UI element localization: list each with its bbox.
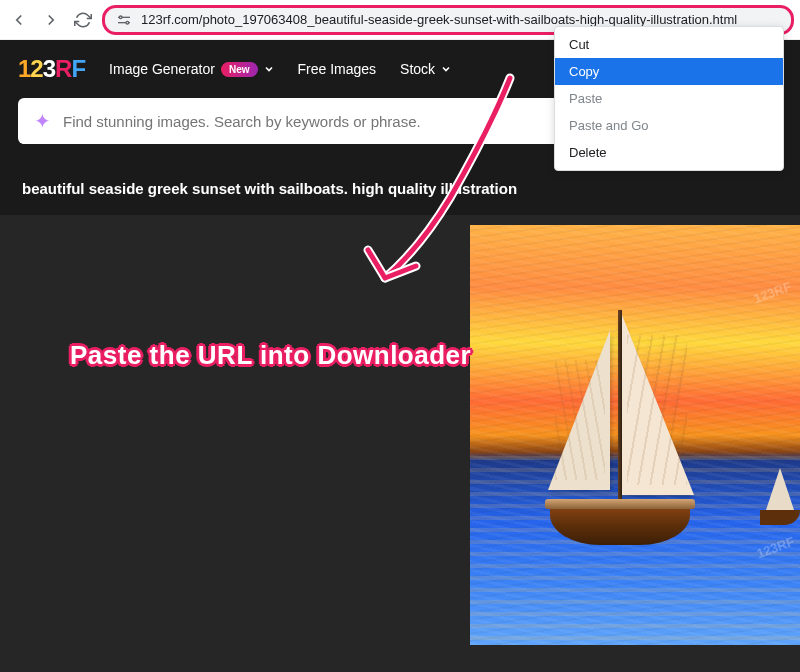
svg-point-3 xyxy=(126,21,129,24)
context-delete[interactable]: Delete xyxy=(555,139,783,166)
nav-stock[interactable]: Stock xyxy=(400,61,451,77)
content-area: 123RF 123RF xyxy=(0,215,800,672)
logo-char-2: 2 xyxy=(30,55,42,83)
instruction-text: Paste the URL into Downloader xyxy=(70,340,471,371)
nav-label: Image Generator xyxy=(109,61,215,77)
arrow-left-icon xyxy=(10,11,28,29)
site-settings-icon[interactable] xyxy=(115,11,133,29)
logo-char-f: F xyxy=(71,55,85,83)
context-paste[interactable]: Paste xyxy=(555,85,783,112)
image-preview[interactable]: 123RF 123RF xyxy=(470,215,800,672)
content-left xyxy=(0,215,470,672)
forward-button[interactable] xyxy=(38,7,64,33)
context-paste-and-go[interactable]: Paste and Go xyxy=(555,112,783,139)
logo-char-1: 1 xyxy=(18,55,30,83)
context-copy[interactable]: Copy xyxy=(555,58,783,85)
sailboat-painting: 123RF 123RF xyxy=(470,225,800,645)
chevron-down-icon xyxy=(441,64,451,74)
logo-char-r: R xyxy=(55,55,71,83)
nav-label: Free Images xyxy=(298,61,377,77)
nav-image-generator[interactable]: Image Generator New xyxy=(109,61,273,77)
nav-free-images[interactable]: Free Images xyxy=(298,61,377,77)
reload-button[interactable] xyxy=(70,7,96,33)
reload-icon xyxy=(74,11,92,29)
sparkle-icon: ✦ xyxy=(34,109,51,133)
chevron-down-icon xyxy=(264,64,274,74)
svg-point-0 xyxy=(119,16,122,19)
url-text[interactable]: 123rf.com/photo_197063408_beautiful-seas… xyxy=(141,12,781,27)
new-badge: New xyxy=(221,62,258,77)
arrow-right-icon xyxy=(42,11,60,29)
nav-label: Stock xyxy=(400,61,435,77)
logo[interactable]: 1 2 3 R F xyxy=(18,55,85,83)
context-cut[interactable]: Cut xyxy=(555,31,783,58)
context-menu: Cut Copy Paste Paste and Go Delete xyxy=(554,26,784,171)
logo-char-3: 3 xyxy=(43,55,55,83)
back-button[interactable] xyxy=(6,7,32,33)
